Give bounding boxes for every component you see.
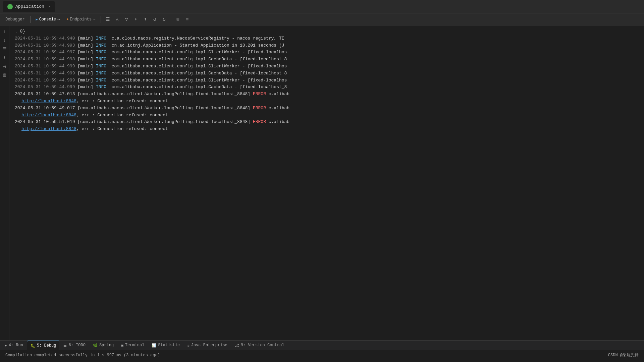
- log-container: 2024-05-31 10:59:44.940 [main] INFO c.a.…: [15, 35, 634, 133]
- log-link-line-8: http://localhost:8848, err : Connection …: [15, 98, 634, 105]
- bottom-tab-statistic[interactable]: 📊Statistic: [148, 341, 183, 350]
- bottom-tab-run[interactable]: ▶4: Run: [1, 341, 26, 350]
- rotate-left-icon[interactable]: ↺: [151, 15, 159, 23]
- log-line-4: 2024-05-31 10:59:44.999 [main] INFO com.…: [15, 63, 634, 70]
- log-line-0: 2024-05-31 10:59:44.940 [main] INFO c.a.…: [15, 35, 634, 42]
- log-line-6: 2024-05-31 10:59:44.999 [main] INFO com.…: [15, 77, 634, 84]
- log-link-line-10: http://localhost:8848, err : Connection …: [15, 126, 634, 133]
- bottom-tab-java-enterprise[interactable]: ☕Java Enterprise: [184, 341, 231, 350]
- upload-icon[interactable]: ⬆: [141, 15, 149, 23]
- scroll-down-icon[interactable]: ↓: [1, 37, 8, 44]
- console-label: Console: [39, 17, 56, 22]
- scroll-up-icon[interactable]: ↑: [1, 28, 8, 35]
- toolbar-separator-3: [171, 16, 171, 23]
- log-link-8[interactable]: http://localhost:8848: [21, 99, 76, 104]
- down-scroll-icon[interactable]: ▽: [122, 15, 130, 23]
- sidebar-download-icon[interactable]: ⬇: [1, 54, 8, 61]
- todo-tab-icon: ☰: [63, 343, 67, 348]
- java-enterprise-tab-label: Java Enterprise: [191, 343, 227, 348]
- spring-tab-icon: 🌿: [93, 343, 98, 348]
- align-icon[interactable]: ≡: [183, 15, 191, 23]
- run-tab-icon: ▶: [5, 343, 7, 348]
- todo-tab-label: 6: TODO: [68, 343, 85, 348]
- status-bar: Compilation completed successfully in 1 …: [0, 350, 644, 360]
- statistic-tab-label: Statistic: [158, 343, 180, 348]
- tab-title: Application: [15, 4, 44, 9]
- endpoints-button[interactable]: ▲ Endpoints →: [64, 16, 98, 23]
- bottom-tab-todo[interactable]: ☰6: TODO: [60, 341, 89, 350]
- up-scroll-icon[interactable]: △: [113, 15, 121, 23]
- app-icon: [7, 4, 13, 9]
- rotate-right-icon[interactable]: ↻: [160, 15, 168, 23]
- main-area: ↑ ↓ ☰ ⬇ 🖨 🗑 . 0} 2024-05-31 10:59:44.940…: [0, 25, 644, 340]
- log-link-10[interactable]: http://localhost:8848: [21, 126, 76, 131]
- run-tab-label: 4: Run: [9, 343, 23, 348]
- log-link-9[interactable]: http://localhost:8848: [21, 113, 76, 118]
- log-line-2: 2024-05-31 10:59:44.997 [main] INFO com.…: [15, 49, 634, 56]
- log-line-9: 2024-05-31 10:59:49.017 [com.alibaba.nac…: [15, 105, 634, 112]
- toolbar: Debugger ▶ Console → ▲ Endpoints → ☰ △ ▽…: [0, 13, 644, 25]
- bottom-tab-version-control[interactable]: ⎇9: Version Control: [231, 341, 288, 350]
- table-icon[interactable]: ⊞: [174, 15, 182, 23]
- sidebar-trash-icon[interactable]: 🗑: [1, 72, 8, 78]
- bottom-tab-bar: ▶4: Run🐛5: Debug☰6: TODO🌿Spring▣Terminal…: [0, 340, 644, 350]
- console-button[interactable]: ▶ Console →: [33, 16, 63, 23]
- console-arrow: →: [57, 17, 60, 22]
- tab-bar: Application ×: [0, 0, 644, 13]
- log-line-10: 2024-05-31 10:59:51.019 [com.alibaba.nac…: [15, 119, 634, 126]
- log-line-3: 2024-05-31 10:59:44.998 [main] INFO com.…: [15, 56, 634, 63]
- partial-log-line: . 0}: [15, 28, 634, 35]
- left-sidebar: ↑ ↓ ☰ ⬇ 🖨 🗑: [0, 25, 9, 340]
- version-control-tab-icon: ⎇: [235, 343, 239, 348]
- statistic-tab-icon: 📊: [152, 343, 156, 348]
- toolbar-separator-1: [30, 16, 31, 23]
- bottom-tab-terminal[interactable]: ▣Terminal: [118, 341, 148, 350]
- console-output[interactable]: . 0} 2024-05-31 10:59:44.940 [main] INFO…: [9, 25, 639, 340]
- java-enterprise-tab-icon: ☕: [187, 343, 190, 348]
- debugger-label: Debugger: [5, 17, 25, 22]
- endpoints-arrow: →: [93, 17, 95, 22]
- toolbar-separator-2: [101, 16, 101, 23]
- status-message: Compilation completed successfully in 1 …: [0, 353, 165, 358]
- terminal-tab-label: Terminal: [125, 343, 145, 348]
- log-line-5: 2024-05-31 10:59:44.999 [main] INFO com.…: [15, 70, 634, 77]
- application-tab[interactable]: Application ×: [3, 1, 55, 12]
- download-icon[interactable]: ⬇: [132, 15, 140, 23]
- bottom-tab-debug[interactable]: 🐛5: Debug: [27, 341, 60, 350]
- sidebar-filter-icon[interactable]: ☰: [1, 46, 8, 52]
- log-line-1: 2024-05-31 10:59:44.993 [main] INFO cn.a…: [15, 42, 634, 49]
- watermark: CSDN @采坑先锋: [608, 352, 644, 358]
- debugger-button[interactable]: Debugger: [3, 16, 28, 23]
- log-line-8: 2024-05-31 10:59:47.013 [com.alibaba.nac…: [15, 91, 634, 98]
- scrollbar[interactable]: [639, 25, 644, 340]
- tab-close-button[interactable]: ×: [48, 5, 51, 9]
- debug-tab-icon: 🐛: [31, 344, 35, 348]
- filter-icon[interactable]: ☰: [104, 15, 112, 23]
- sidebar-print-icon[interactable]: 🖨: [1, 63, 8, 70]
- spring-tab-label: Spring: [99, 343, 114, 348]
- bottom-tab-spring[interactable]: 🌿Spring: [90, 341, 117, 350]
- endpoints-label: Endpoints: [70, 17, 92, 22]
- terminal-tab-icon: ▣: [121, 343, 123, 348]
- debug-tab-label: 5: Debug: [37, 343, 56, 348]
- log-link-line-9: http://localhost:8848, err : Connection …: [15, 112, 634, 119]
- log-line-7: 2024-05-31 10:59:44.999 [main] INFO com.…: [15, 84, 634, 91]
- version-control-tab-label: 9: Version Control: [241, 343, 284, 348]
